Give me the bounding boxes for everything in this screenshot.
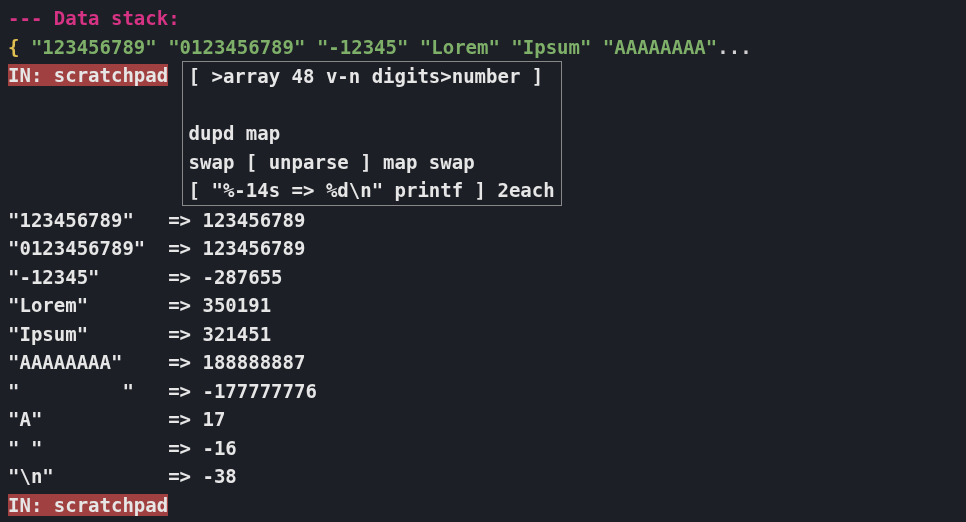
output-input: "AAAAAAAA" xyxy=(8,351,168,373)
output-result: 17 xyxy=(191,408,225,430)
open-brace: { xyxy=(8,36,19,58)
output-result: -38 xyxy=(191,465,237,487)
output-input: "\n" xyxy=(8,465,168,487)
code-block: [ >array 48 v-n digits>number ] dupd map… xyxy=(182,61,562,206)
output-container: "123456789" => 123456789"0123456789" => … xyxy=(8,206,958,491)
output-line: "Ipsum" => 321451 xyxy=(8,320,958,349)
output-result: 321451 xyxy=(191,323,271,345)
output-arrow: => xyxy=(168,294,191,316)
stack-header: --- Data stack: xyxy=(8,4,958,33)
output-input: "123456789" xyxy=(8,209,168,231)
output-arrow: => xyxy=(168,266,191,288)
stack-ellipsis: ... xyxy=(717,36,751,58)
output-arrow: => xyxy=(168,351,191,373)
output-arrow: => xyxy=(168,380,191,402)
output-line: "AAAAAAAA" => 188888887 xyxy=(8,348,958,377)
output-line: "-12345" => -287655 xyxy=(8,263,958,292)
output-result: 350191 xyxy=(191,294,271,316)
output-input: "-12345" xyxy=(8,266,168,288)
output-input: " " xyxy=(8,380,168,402)
output-arrow: => xyxy=(168,408,191,430)
output-arrow: => xyxy=(168,437,191,459)
output-result: 123456789 xyxy=(191,237,305,259)
output-arrow: => xyxy=(168,465,191,487)
output-result: 123456789 xyxy=(191,209,305,231)
output-line: " " => -177777776 xyxy=(8,377,958,406)
final-prompt-row: IN: scratchpad xyxy=(8,491,958,520)
output-line: "0123456789" => 123456789 xyxy=(8,234,958,263)
stack-items: "123456789" "0123456789" "-12345" "Lorem… xyxy=(31,36,717,58)
output-input: " " xyxy=(8,437,168,459)
stack-contents: { "123456789" "0123456789" "-12345" "Lor… xyxy=(8,33,958,62)
output-line: "123456789" => 123456789 xyxy=(8,206,958,235)
output-line: "\n" => -38 xyxy=(8,462,958,491)
code-line-4: swap [ unparse ] map swap xyxy=(189,151,475,173)
code-line-5: [ "%-14s => %d\n" printf ] 2each xyxy=(189,179,555,201)
code-line-1: [ >array 48 v-n digits>number ] xyxy=(189,65,544,87)
output-line: " " => -16 xyxy=(8,434,958,463)
output-input: "A" xyxy=(8,408,168,430)
output-result: -16 xyxy=(191,437,237,459)
output-input: "0123456789" xyxy=(8,237,168,259)
output-result: -287655 xyxy=(191,266,283,288)
output-line: "Lorem" => 350191 xyxy=(8,291,958,320)
output-input: "Lorem" xyxy=(8,294,168,316)
output-result: -177777776 xyxy=(191,380,317,402)
output-arrow: => xyxy=(168,237,191,259)
output-result: 188888887 xyxy=(191,351,305,373)
output-line: "A" => 17 xyxy=(8,405,958,434)
output-input: "Ipsum" xyxy=(8,323,168,345)
prompt-label-2[interactable]: IN: scratchpad xyxy=(8,494,168,516)
input-row: IN: scratchpad [ >array 48 v-n digits>nu… xyxy=(8,61,958,206)
code-line-3: dupd map xyxy=(189,122,281,144)
output-arrow: => xyxy=(168,323,191,345)
output-arrow: => xyxy=(168,209,191,231)
prompt-label[interactable]: IN: scratchpad xyxy=(8,64,168,86)
